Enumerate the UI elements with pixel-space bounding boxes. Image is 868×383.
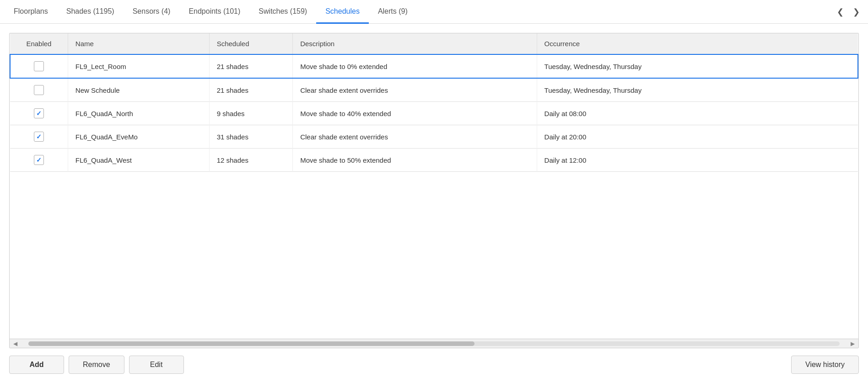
app-container: Floorplans Shades (1195) Sensors (4) End… bbox=[0, 0, 868, 383]
cell-scheduled: 21 shades bbox=[209, 54, 292, 78]
cell-name: FL9_Lect_Room bbox=[68, 54, 209, 78]
cell-occurrence: Daily at 08:00 bbox=[537, 102, 858, 125]
remove-button[interactable]: Remove bbox=[69, 356, 124, 374]
col-header-name: Name bbox=[68, 33, 209, 54]
horizontal-scrollbar[interactable]: ◀ ▶ bbox=[10, 339, 858, 348]
tab-sensors[interactable]: Sensors (4) bbox=[124, 0, 180, 24]
main-content: Enabled Name Scheduled Description Occur… bbox=[0, 24, 868, 383]
cell-occurrence: Tuesday, Wednesday, Thursday bbox=[537, 78, 858, 102]
cell-scheduled: 21 shades bbox=[209, 78, 292, 102]
schedule-enabled-checkbox[interactable]: ✓ bbox=[34, 61, 44, 71]
schedules-table-wrapper: Enabled Name Scheduled Description Occur… bbox=[9, 33, 859, 348]
tab-nav-buttons: ❮ ❯ bbox=[833, 5, 863, 19]
table-row[interactable]: ✓New Schedule21 shadesClear shade extent… bbox=[10, 78, 858, 102]
cell-name: FL6_QuadA_West bbox=[68, 149, 209, 172]
table-row[interactable]: ✓FL9_Lect_Room21 shadesMove shade to 0% … bbox=[10, 54, 858, 78]
tab-alerts[interactable]: Alerts (9) bbox=[369, 0, 417, 24]
cell-enabled: ✓ bbox=[10, 149, 68, 172]
schedule-enabled-checkbox[interactable]: ✓ bbox=[34, 108, 44, 118]
cell-enabled: ✓ bbox=[10, 54, 68, 78]
scrollbar-track bbox=[28, 341, 840, 346]
schedules-table: Enabled Name Scheduled Description Occur… bbox=[10, 33, 858, 172]
cell-occurrence: Daily at 20:00 bbox=[537, 125, 858, 149]
table-row[interactable]: ✓FL6_QuadA_West12 shadesMove shade to 50… bbox=[10, 149, 858, 172]
scroll-left-arrow[interactable]: ◀ bbox=[11, 340, 19, 347]
cell-occurrence: Daily at 12:00 bbox=[537, 149, 858, 172]
scrollbar-thumb[interactable] bbox=[28, 341, 474, 346]
cell-name: New Schedule bbox=[68, 78, 209, 102]
col-header-occurrence: Occurrence bbox=[537, 33, 858, 54]
schedule-enabled-checkbox[interactable]: ✓ bbox=[34, 85, 44, 95]
cell-name: FL6_QuadA_EveMo bbox=[68, 125, 209, 149]
tab-schedules[interactable]: Schedules bbox=[316, 0, 369, 24]
tab-next-button[interactable]: ❯ bbox=[849, 5, 863, 19]
table-header-row: Enabled Name Scheduled Description Occur… bbox=[10, 33, 858, 54]
action-bar: Add Remove Edit View history bbox=[9, 356, 859, 374]
tab-bar: Floorplans Shades (1195) Sensors (4) End… bbox=[0, 0, 868, 24]
cell-scheduled: 12 shades bbox=[209, 149, 292, 172]
cell-enabled: ✓ bbox=[10, 78, 68, 102]
schedule-enabled-checkbox[interactable]: ✓ bbox=[34, 132, 44, 142]
schedule-enabled-checkbox[interactable]: ✓ bbox=[34, 155, 44, 165]
table-scroll-area[interactable]: Enabled Name Scheduled Description Occur… bbox=[10, 33, 858, 339]
cell-description: Move shade to 50% extended bbox=[293, 149, 537, 172]
cell-description: Move shade to 0% extended bbox=[293, 54, 537, 78]
cell-description: Move shade to 40% extended bbox=[293, 102, 537, 125]
cell-scheduled: 31 shades bbox=[209, 125, 292, 149]
cell-enabled: ✓ bbox=[10, 125, 68, 149]
edit-button[interactable]: Edit bbox=[129, 356, 184, 374]
add-button[interactable]: Add bbox=[9, 356, 64, 374]
table-row[interactable]: ✓FL6_QuadA_EveMo31 shadesClear shade ext… bbox=[10, 125, 858, 149]
col-header-description: Description bbox=[293, 33, 537, 54]
tab-switches[interactable]: Switches (159) bbox=[249, 0, 316, 24]
tab-endpoints[interactable]: Endpoints (101) bbox=[179, 0, 249, 24]
cell-occurrence: Tuesday, Wednesday, Thursday bbox=[537, 54, 858, 78]
col-header-scheduled: Scheduled bbox=[209, 33, 292, 54]
cell-description: Clear shade extent overrides bbox=[293, 78, 537, 102]
cell-scheduled: 9 shades bbox=[209, 102, 292, 125]
table-row[interactable]: ✓FL6_QuadA_North9 shadesMove shade to 40… bbox=[10, 102, 858, 125]
col-header-enabled: Enabled bbox=[10, 33, 68, 54]
tab-prev-button[interactable]: ❮ bbox=[833, 5, 847, 19]
cell-name: FL6_QuadA_North bbox=[68, 102, 209, 125]
cell-description: Clear shade extent overrides bbox=[293, 125, 537, 149]
table-body: ✓FL9_Lect_Room21 shadesMove shade to 0% … bbox=[10, 54, 858, 172]
tab-floorplans[interactable]: Floorplans bbox=[5, 0, 57, 24]
tab-shades[interactable]: Shades (1195) bbox=[57, 0, 124, 24]
scroll-right-arrow[interactable]: ▶ bbox=[849, 340, 857, 347]
cell-enabled: ✓ bbox=[10, 102, 68, 125]
view-history-button[interactable]: View history bbox=[791, 356, 859, 374]
